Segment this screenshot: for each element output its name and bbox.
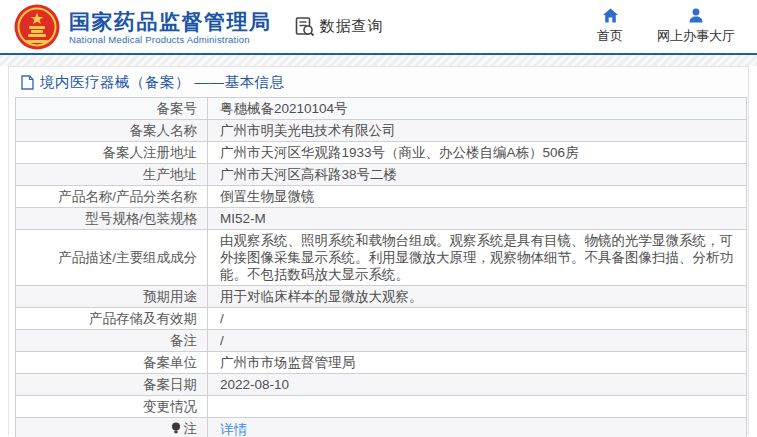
row-label: 型号规格/包装规格 — [85, 211, 197, 226]
table-row: 备案号 粤穗械备20210104号 — [16, 98, 747, 120]
nmpa-logo: 国家药品监督管理局 National Medical Products Admi… — [14, 4, 272, 50]
table-row: 生产地址 广州市天河区高科路38号二楼 — [16, 164, 747, 186]
page-title: 境内医疗器械（备案） ——基本信息 — [40, 73, 285, 92]
site-title-cn: 国家药品监督管理局 — [69, 9, 272, 34]
row-label: 生产地址 — [143, 167, 197, 182]
row-label: 备案人名称 — [130, 123, 198, 138]
row-value: 广州市市场监督管理局 — [220, 355, 355, 370]
row-label: 备注 — [170, 333, 197, 348]
row-label: 注 — [184, 421, 198, 436]
person-icon — [688, 8, 704, 23]
row-label: 备案单位 — [143, 355, 197, 370]
row-label: 产品存储及有效期 — [89, 311, 197, 326]
table-row: 型号规格/包装规格 MI52-M — [16, 208, 747, 230]
row-label: 预期用途 — [143, 289, 197, 304]
row-value: 广州市天河区华观路1933号（商业、办公楼自编A栋）506房 — [220, 145, 579, 160]
row-value: 用于对临床样本的显微放大观察。 — [220, 289, 423, 304]
site-header: 国家药品监督管理局 National Medical Products Admi… — [0, 0, 757, 55]
row-value: 广州市天河区高科路38号二楼 — [220, 167, 397, 182]
table-row: 备注 / — [16, 330, 747, 352]
row-label: 变更情况 — [143, 399, 197, 414]
table-row: 注 详情 — [16, 418, 747, 437]
row-value: / — [220, 333, 224, 348]
table-row: 备案人名称 广州市明美光电技术有限公司 — [16, 120, 747, 142]
document-icon — [21, 75, 34, 90]
table-row: 产品存储及有效期 / — [16, 308, 747, 330]
row-value: 倒置生物显微镜 — [220, 189, 315, 204]
nav-item-home[interactable]: 首页 — [597, 8, 623, 45]
info-table-body: 备案号 粤穗械备20210104号 备案人名称 广州市明美光电技术有限公司 备案… — [16, 98, 747, 437]
row-label: 备案人注册地址 — [103, 145, 198, 160]
table-row: 变更情况 — [16, 396, 747, 418]
data-query-label: 数据查询 — [320, 17, 384, 36]
row-label: 产品描述/主要组成成分 — [58, 250, 197, 265]
table-row: 产品描述/主要组成成分 由观察系统、照明系统和载物台组成。观察系统是具有目镜、物… — [16, 230, 747, 286]
row-value: 由观察系统、照明系统和载物台组成。观察系统是具有目镜、物镜的光学显微系统，可外接… — [220, 233, 733, 282]
nav-label-home: 首页 — [597, 27, 623, 45]
registration-info-table: 备案号 粤穗械备20210104号 备案人名称 广州市明美光电技术有限公司 备案… — [15, 97, 747, 437]
row-value: 广州市明美光电技术有限公司 — [220, 123, 396, 138]
table-row: 备案人注册地址 广州市天河区华观路1933号（商业、办公楼自编A栋）506房 — [16, 142, 747, 164]
row-label: 备案日期 — [143, 377, 197, 392]
table-row: 预期用途 用于对临床样本的显微放大观察。 — [16, 286, 747, 308]
data-query-menu[interactable]: 数据查询 — [294, 16, 384, 37]
content-panel: 境内医疗器械（备案） ——基本信息 备案号 粤穗械备20210104号 备案人名… — [8, 66, 749, 435]
table-row: 备案日期 2022-08-10 — [16, 374, 747, 396]
details-link[interactable]: 详情 — [220, 422, 247, 437]
row-label: 产品名称/产品分类名称 — [58, 189, 197, 204]
table-row: 备案单位 广州市市场监督管理局 — [16, 352, 747, 374]
national-emblem-icon — [14, 4, 60, 50]
nav-item-online-service-hall[interactable]: 网上办事大厅 — [657, 8, 735, 45]
row-value: 2022-08-10 — [220, 377, 289, 392]
site-title-en: National Medical Products Administration — [69, 34, 272, 45]
home-icon — [602, 8, 619, 23]
hatched-divider — [0, 55, 757, 66]
row-value: 粤穗械备20210104号 — [220, 101, 348, 116]
nav-label-online-service-hall: 网上办事大厅 — [657, 27, 735, 45]
row-value: MI52-M — [220, 211, 266, 226]
row-value: / — [220, 311, 224, 326]
document-search-icon — [294, 16, 315, 37]
bulb-icon — [171, 421, 181, 437]
page-title-bar: 境内医疗器械（备案） ——基本信息 — [9, 67, 748, 97]
row-label: 备案号 — [157, 101, 198, 116]
header-nav: 首页 网上办事大厅 — [597, 8, 735, 45]
table-row: 产品名称/产品分类名称 倒置生物显微镜 — [16, 186, 747, 208]
